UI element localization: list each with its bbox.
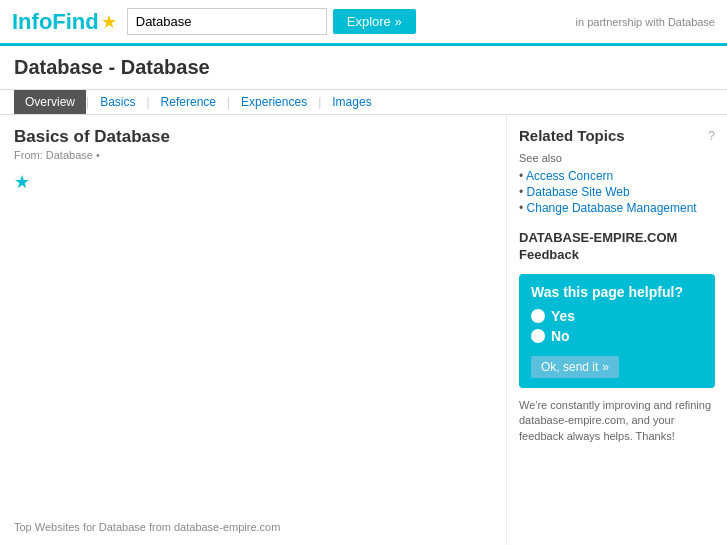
logo-area: InfoFind ★ Explore bbox=[12, 8, 416, 35]
main-content: Basics of Database From: Database • ★ To… bbox=[0, 115, 727, 545]
related-header: Related Topics ? bbox=[519, 127, 715, 144]
related-title: Related Topics bbox=[519, 127, 625, 144]
helpful-question: Was this page helpful? bbox=[531, 284, 703, 300]
feedback-label: Feedback bbox=[519, 247, 715, 262]
yes-radio[interactable] bbox=[531, 309, 545, 323]
partner-text: in partnership with Database bbox=[576, 16, 715, 28]
from-text: From: Database • bbox=[14, 149, 492, 161]
no-option[interactable]: No bbox=[531, 328, 703, 344]
no-radio[interactable] bbox=[531, 329, 545, 343]
tab-experiences[interactable]: Experiences bbox=[230, 90, 318, 114]
right-column: Related Topics ? See also Access Concern… bbox=[507, 115, 727, 545]
see-also-item-2[interactable]: Database Site Web bbox=[519, 184, 715, 200]
search-input[interactable] bbox=[127, 8, 327, 35]
header: InfoFind ★ Explore in partnership with D… bbox=[0, 0, 727, 46]
see-also-item-1[interactable]: Access Concern bbox=[519, 168, 715, 184]
send-button[interactable]: Ok, send it bbox=[531, 356, 619, 378]
empire-label: DATABASE-EMPIRE.COM bbox=[519, 230, 715, 245]
logo[interactable]: InfoFind ★ bbox=[12, 9, 117, 35]
left-column: Basics of Database From: Database • ★ To… bbox=[0, 115, 507, 545]
tab-basics[interactable]: Basics bbox=[89, 90, 146, 114]
feedback-note: We're constantly improving and refining … bbox=[519, 398, 715, 444]
tab-images[interactable]: Images bbox=[321, 90, 382, 114]
section-title: Basics of Database bbox=[14, 127, 492, 147]
page-title: Database - Database bbox=[14, 56, 713, 79]
star-icon[interactable]: ★ bbox=[14, 171, 492, 193]
related-help-icon[interactable]: ? bbox=[708, 129, 715, 143]
page-title-bar: Database - Database bbox=[0, 46, 727, 90]
top-websites-label: Top Websites for Database from database-… bbox=[14, 521, 492, 533]
logo-star-icon: ★ bbox=[101, 11, 117, 33]
see-also-item-3[interactable]: Change Database Management bbox=[519, 200, 715, 216]
tab-overview[interactable]: Overview bbox=[14, 90, 86, 114]
tab-bar: Overview | Basics | Reference | Experien… bbox=[0, 90, 727, 115]
yes-label: Yes bbox=[551, 308, 575, 324]
tab-reference[interactable]: Reference bbox=[150, 90, 227, 114]
no-label: No bbox=[551, 328, 570, 344]
from-label: From: Database • bbox=[14, 149, 100, 161]
search-bar: Explore bbox=[127, 8, 416, 35]
explore-button[interactable]: Explore bbox=[333, 9, 416, 34]
content-area bbox=[14, 201, 492, 381]
see-also-list: Access Concern Database Site Web Change … bbox=[519, 168, 715, 216]
logo-text: InfoFind bbox=[12, 9, 99, 35]
helpful-box: Was this page helpful? Yes No Ok, send i… bbox=[519, 274, 715, 388]
see-also-label: See also bbox=[519, 152, 715, 164]
yes-option[interactable]: Yes bbox=[531, 308, 703, 324]
